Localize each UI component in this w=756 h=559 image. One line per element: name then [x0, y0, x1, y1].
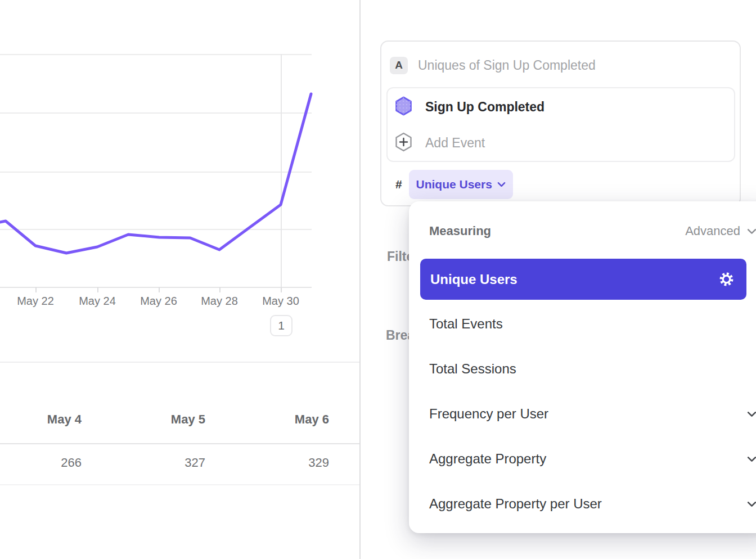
- metric-row: # Unique Users: [395, 170, 513, 199]
- table-cell: 266: [0, 456, 82, 470]
- trend-line-svg: [0, 0, 313, 295]
- gear-icon[interactable]: [719, 272, 734, 287]
- menu-item-label: Aggregate Property per User: [429, 496, 602, 512]
- event-row[interactable]: Sign Up Completed: [395, 97, 544, 117]
- metric-chip-label: Unique Users: [416, 178, 492, 191]
- table-column-header[interactable]: May 4: [0, 412, 82, 427]
- x-axis-label: May 22: [17, 295, 54, 308]
- line-chart: May 22May 24May 26May 28May 30 1: [0, 0, 359, 362]
- trend-line: [0, 94, 311, 253]
- menu-item-total-events[interactable]: Total Events: [429, 312, 756, 336]
- chevron-down-icon: [497, 182, 506, 187]
- chevron-down-icon: [747, 411, 756, 417]
- annotation-marker-badge[interactable]: 1: [270, 315, 292, 336]
- table-header-divider: [0, 443, 359, 444]
- series-letter-badge: A: [390, 57, 408, 74]
- dropdown-header: Measuring Advanced: [429, 222, 756, 241]
- menu-item-label: Frequency per User: [429, 406, 548, 422]
- pane-divider: [359, 0, 361, 559]
- series-row: A Uniques of Sign Up Completed: [390, 56, 596, 74]
- x-axis-label: May 26: [140, 295, 177, 308]
- advanced-toggle[interactable]: Advanced: [685, 224, 756, 238]
- event-hexagon-icon: [395, 96, 412, 118]
- x-axis-label: May 30: [262, 295, 299, 308]
- insights-screen: May 22May 24May 26May 28May 30 1 May 4 M…: [0, 0, 756, 559]
- menu-item-aggregate-property[interactable]: Aggregate Property: [429, 447, 756, 471]
- menu-item-label: Total Events: [429, 316, 503, 332]
- table-column-header[interactable]: May 6: [205, 412, 329, 427]
- add-event-label: Add Event: [425, 136, 485, 151]
- section-divider: [0, 362, 359, 363]
- add-event-row[interactable]: Add Event: [395, 133, 485, 153]
- selected-item-label: Unique Users: [430, 272, 518, 287]
- x-axis-label: May 24: [79, 295, 116, 308]
- series-title[interactable]: Uniques of Sign Up Completed: [418, 58, 596, 73]
- menu-item-aggregate-property-per-user[interactable]: Aggregate Property per User: [429, 492, 756, 516]
- x-axis-label: May 28: [201, 295, 238, 308]
- table-cell: 329: [205, 456, 329, 470]
- menu-item-label: Aggregate Property: [429, 451, 546, 467]
- menu-item-label: Total Sessions: [429, 361, 516, 377]
- query-series-card: A Uniques of Sign Up Completed: [380, 40, 741, 206]
- menu-item-unique-users-selected[interactable]: Unique Users: [420, 259, 746, 300]
- table-row-divider: [0, 484, 359, 485]
- measuring-dropdown: Measuring Advanced Unique Users Total Ev…: [409, 201, 756, 533]
- table-column-header[interactable]: May 5: [82, 412, 205, 427]
- metric-type-icon: #: [395, 178, 402, 191]
- measuring-label: Measuring: [429, 224, 491, 238]
- add-event-hexagon-icon: [395, 132, 412, 154]
- chevron-down-icon: [747, 501, 756, 507]
- metric-selector-chip[interactable]: Unique Users: [409, 170, 513, 199]
- chevron-down-icon: [747, 228, 756, 235]
- event-name[interactable]: Sign Up Completed: [425, 100, 544, 115]
- advanced-label: Advanced: [685, 224, 740, 238]
- menu-item-total-sessions[interactable]: Total Sessions: [429, 357, 756, 381]
- chevron-down-icon: [747, 456, 756, 462]
- menu-item-frequency-per-user[interactable]: Frequency per User: [429, 402, 756, 426]
- event-card: Sign Up Completed Add Event: [386, 87, 735, 162]
- table-cell: 327: [82, 456, 205, 470]
